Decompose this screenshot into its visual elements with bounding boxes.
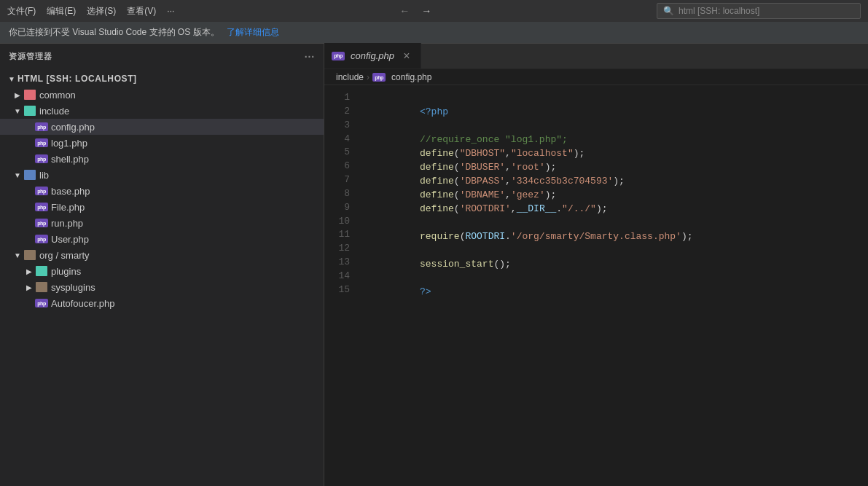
- menu-more[interactable]: ···: [167, 6, 174, 16]
- sysplugins-label: sysplugins: [51, 282, 95, 293]
- line-numbers: 1 2 3 4 5 6 7 8 9 10 11 12 13 14 15: [324, 85, 357, 486]
- code-content: <?php //require_once "log1.php"; define(…: [357, 85, 868, 486]
- sysplugins-folder-icon: [35, 282, 48, 292]
- tab-bar: php config.php ×: [324, 44, 868, 69]
- sidebar-item-org-smarty[interactable]: ▼ org / smarty: [0, 247, 324, 263]
- notification-link[interactable]: 了解详细信息: [227, 26, 279, 39]
- shell-php-label: shell.php: [51, 154, 89, 165]
- org-smarty-label: org / smarty: [39, 250, 90, 261]
- editor-area: php config.php × include › php config.ph…: [324, 44, 868, 486]
- sidebar-item-common[interactable]: ▶ common: [0, 87, 324, 103]
- sidebar-item-root[interactable]: ▼ HTML [SSH: LOCALHOST]: [0, 71, 324, 87]
- run-php-badge: php: [35, 219, 48, 227]
- lib-label: lib: [39, 170, 49, 181]
- menu-edit[interactable]: 编辑(E): [47, 5, 76, 17]
- menu-view[interactable]: 查看(V): [127, 5, 156, 17]
- sidebar-item-plugins[interactable]: ▶ plugins: [0, 263, 324, 279]
- base-php-label: base.php: [51, 186, 90, 197]
- breadcrumb: include › php config.php: [324, 69, 868, 85]
- back-button[interactable]: ←: [396, 3, 413, 19]
- sidebar-title: 资源管理器: [9, 51, 52, 62]
- search-bar[interactable]: 🔍 html [SSH: localhost]: [657, 3, 861, 19]
- include-folder-icon: [23, 106, 36, 116]
- autofoucer-php-label: Autofoucer.php: [51, 298, 114, 309]
- breadcrumb-php-badge-small: php: [372, 72, 386, 82]
- sidebar-item-user-php[interactable]: php User.php: [0, 231, 324, 247]
- common-label: common: [39, 90, 76, 101]
- plugins-label: plugins: [51, 266, 81, 277]
- common-arrow: ▶: [12, 91, 23, 99]
- sidebar-item-log1-php[interactable]: php log1.php: [0, 135, 324, 151]
- org-smarty-folder-icon: [23, 250, 36, 260]
- code-editor: 1 2 3 4 5 6 7 8 9 10 11 12 13 14 15 <?ph…: [324, 85, 868, 486]
- code-line-3: //require_once "log1.php";: [363, 119, 868, 133]
- code-line-1: <?php: [363, 91, 868, 105]
- include-arrow: ▼: [12, 107, 23, 115]
- sidebar-item-include[interactable]: ▼ include: [0, 103, 324, 119]
- common-folder-icon: [23, 90, 36, 100]
- user-php-badge: php: [35, 235, 48, 243]
- root-arrow: ▼: [6, 75, 17, 83]
- forward-button[interactable]: →: [418, 3, 434, 19]
- sidebar-item-base-php[interactable]: php base.php: [0, 183, 324, 199]
- code-line-14: ?>: [363, 271, 868, 285]
- run-php-label: run.php: [51, 218, 83, 229]
- code-line-10: require(ROOTDRI.'/org/smarty/Smarty.clas…: [363, 216, 868, 230]
- code-line-15: [363, 285, 868, 299]
- tab-close-button[interactable]: ×: [400, 50, 413, 63]
- sidebar-header: 资源管理器 ···: [0, 44, 324, 69]
- search-text: html [SSH: localhost]: [679, 6, 759, 16]
- plugins-folder-icon: [35, 266, 48, 276]
- breadcrumb-include[interactable]: include: [336, 72, 364, 82]
- menu-bar: 文件(F) 编辑(E) 选择(S) 查看(V) ···: [7, 5, 174, 17]
- code-line-12: session_start();: [363, 243, 868, 257]
- sysplugins-arrow: ▶: [23, 283, 35, 291]
- log1-php-label: log1.php: [51, 138, 87, 149]
- include-label: include: [39, 106, 69, 117]
- tab-php-badge: php: [332, 52, 345, 60]
- log1-php-badge: php: [35, 138, 48, 147]
- lib-folder-icon: [23, 170, 36, 180]
- lib-arrow: ▼: [12, 171, 23, 179]
- sidebar-item-run-php[interactable]: php run.php: [0, 215, 324, 231]
- sidebar-item-shell-php[interactable]: php shell.php: [0, 151, 324, 167]
- menu-select[interactable]: 选择(S): [87, 5, 116, 17]
- sidebar-item-lib[interactable]: ▼ lib: [0, 167, 324, 183]
- base-php-badge: php: [35, 187, 48, 195]
- breadcrumb-config-php: config.php: [391, 72, 431, 82]
- plugins-arrow: ▶: [23, 267, 35, 275]
- titlebar: 文件(F) 编辑(E) 选择(S) 查看(V) ··· ← → 🔍 html […: [0, 0, 868, 22]
- main-layout: 资源管理器 ··· ▼ HTML [SSH: LOCALHOST] ▶ comm…: [0, 44, 868, 486]
- sidebar-item-config-php[interactable]: php config.php: [0, 119, 324, 135]
- root-label: HTML [SSH: LOCALHOST]: [17, 74, 137, 84]
- search-icon: 🔍: [663, 6, 674, 16]
- sidebar-item-sysplugins[interactable]: ▶ sysplugins: [0, 279, 324, 295]
- config-php-badge: php: [35, 122, 48, 131]
- file-php-badge: php: [35, 203, 48, 211]
- sidebar: 资源管理器 ··· ▼ HTML [SSH: LOCALHOST] ▶ comm…: [0, 44, 324, 486]
- menu-file[interactable]: 文件(F): [7, 5, 36, 17]
- notification-text: 你已连接到不受 Visual Studio Code 支持的 OS 版本。: [9, 26, 219, 39]
- org-smarty-arrow: ▼: [12, 251, 23, 259]
- autofoucer-php-badge: php: [35, 299, 48, 307]
- breadcrumb-sep1: ›: [367, 72, 370, 82]
- sidebar-more-button[interactable]: ···: [305, 51, 315, 63]
- file-php-label: File.php: [51, 202, 85, 213]
- sidebar-content: ▼ HTML [SSH: LOCALHOST] ▶ common ▼ inclu…: [0, 69, 324, 486]
- tab-label: config.php: [351, 50, 394, 61]
- sidebar-item-file-php[interactable]: php File.php: [0, 199, 324, 215]
- sidebar-item-autofoucer-php[interactable]: php Autofoucer.php: [0, 295, 324, 311]
- shell-php-badge: php: [35, 154, 48, 163]
- nav-buttons: ← →: [396, 3, 434, 19]
- tab-config-php[interactable]: php config.php ×: [324, 43, 421, 68]
- config-php-label: config.php: [51, 122, 95, 133]
- notification-bar: 你已连接到不受 Visual Studio Code 支持的 OS 版本。 了解…: [0, 22, 868, 44]
- user-php-label: User.php: [51, 234, 89, 245]
